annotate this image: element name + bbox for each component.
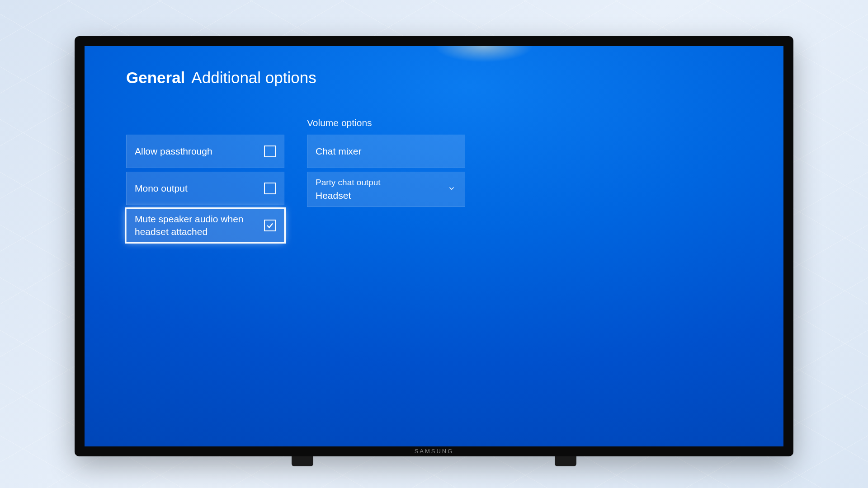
xbox-settings-screen: General Additional options Allow passthr… [85, 46, 783, 446]
volume-options-column: Volume options Chat mixer Party chat out… [307, 117, 465, 242]
party-chat-output-dropdown[interactable]: Party chat output Headset [307, 172, 465, 207]
option-label: Mono output [135, 182, 193, 195]
tv-stand [555, 456, 576, 466]
checkbox-unchecked-icon [264, 183, 276, 194]
general-options-column: Allow passthrough Mono output Mute speak… [126, 117, 284, 242]
option-label: Chat mixer [316, 146, 362, 157]
checkbox-checked-icon [264, 220, 276, 231]
checkbox-unchecked-icon [264, 145, 276, 157]
option-label: Allow passthrough [135, 145, 218, 158]
chevron-down-icon [448, 184, 456, 194]
page-title: General Additional options [126, 69, 316, 87]
settings-content: Allow passthrough Mono output Mute speak… [126, 117, 465, 242]
mute-speaker-audio-option[interactable]: Mute speaker audio when headset attached [126, 209, 284, 242]
chat-mixer-option[interactable]: Chat mixer [307, 135, 465, 168]
dropdown-value: Headset [316, 189, 351, 202]
volume-options-heading: Volume options [307, 117, 465, 128]
header-title: Additional options [191, 69, 316, 87]
tv-brand-label: SAMSUNG [415, 448, 454, 455]
option-label: Mute speaker audio when headset attached [135, 213, 264, 239]
allow-passthrough-option[interactable]: Allow passthrough [126, 135, 284, 168]
header-category: General [126, 69, 185, 87]
mono-output-option[interactable]: Mono output [126, 172, 284, 205]
dropdown-label: Party chat output [316, 177, 381, 189]
tv-frame: SAMSUNG General Additional options Allow… [75, 36, 793, 456]
tv-stand [292, 456, 313, 466]
